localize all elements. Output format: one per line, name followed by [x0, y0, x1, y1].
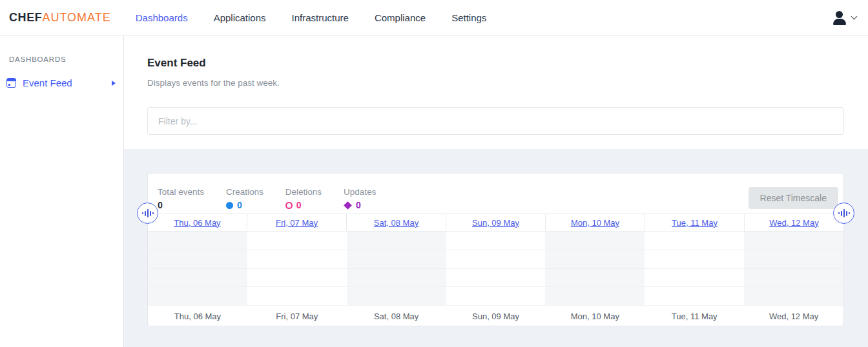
timeline-cell: [446, 269, 546, 288]
outlined-circle-icon: [285, 202, 293, 209]
timescale-handle-left[interactable]: [137, 203, 158, 224]
timeline-chart: Thu, 06 May Fri, 07 May Sat, 08 May Sun,…: [148, 213, 843, 326]
reset-timescale-button[interactable]: Reset Timescale: [749, 187, 838, 209]
logo-automate: AUTOMATE: [42, 11, 110, 24]
nav-applications[interactable]: Applications: [214, 12, 266, 23]
stat-number: 0: [158, 200, 163, 210]
day-link[interactable]: Wed, 12 May: [769, 218, 818, 228]
timeline-cell: [545, 269, 645, 288]
timeline-cell: [744, 232, 843, 250]
stat-value: 0: [285, 200, 322, 210]
timeline-header-cell: Fri, 07 May: [247, 214, 347, 231]
calendar-icon: [6, 78, 16, 88]
timeline-cell: [645, 269, 744, 288]
timeline-header-cell: Tue, 11 May: [645, 214, 745, 231]
sidebar-item-label: Event Feed: [23, 77, 112, 88]
timeline-cell: [545, 287, 645, 305]
day-link[interactable]: Fri, 07 May: [276, 218, 318, 228]
stat-deletions: Deletions 0: [285, 187, 322, 210]
timeline-column: [545, 232, 645, 305]
timeline-cell: [347, 269, 446, 288]
stat-label: Total events: [158, 187, 204, 197]
page-head: Event Feed Displays events for the past …: [124, 36, 868, 149]
day-link[interactable]: Mon, 10 May: [571, 218, 619, 228]
day-link[interactable]: Sun, 09 May: [472, 218, 519, 228]
stat-total-events: Total events 0: [158, 187, 204, 210]
timeline-header-row: Thu, 06 May Fri, 07 May Sat, 08 May Sun,…: [148, 213, 843, 232]
page-title: Event Feed: [147, 57, 844, 70]
stat-label: Deletions: [285, 187, 322, 197]
nav-compliance[interactable]: Compliance: [375, 12, 426, 23]
day-axis-label: Sun, 09 May: [446, 306, 546, 326]
chevron-down-icon: [851, 14, 858, 20]
day-link[interactable]: Sat, 08 May: [374, 218, 418, 228]
nav-settings[interactable]: Settings: [451, 12, 486, 23]
filled-circle-icon: [226, 202, 233, 209]
timeline-cell: [148, 232, 247, 250]
timeline-cell: [247, 232, 347, 250]
timeline-column: [744, 232, 843, 305]
stat-updates: Updates 0: [344, 187, 376, 210]
sidebar-heading: DASHBOARDS: [0, 55, 123, 63]
timeline-header-cell: Wed, 12 May: [745, 214, 843, 231]
event-stats: Total events 0 Creations 0: [158, 187, 376, 210]
stat-creations: Creations 0: [226, 187, 264, 210]
timeline-cell: [545, 232, 645, 250]
stat-value: 0: [158, 200, 204, 210]
timeline-cell: [446, 287, 546, 305]
user-icon: [832, 11, 847, 25]
chef-automate-logo[interactable]: CHEFAUTOMATE: [9, 11, 111, 25]
event-feed-section: Total events 0 Creations 0: [124, 149, 868, 347]
logo-chef: CHEF: [9, 11, 42, 24]
timeline-column: [247, 232, 347, 305]
nav-dashboards[interactable]: Dashboards: [136, 12, 188, 23]
timeline-cell: [645, 287, 744, 305]
timeline-grid: [148, 232, 843, 305]
timeline-header-cell: Mon, 10 May: [546, 214, 645, 231]
timeline-cell: [744, 250, 843, 269]
stat-number: 0: [237, 200, 242, 210]
arrow-right-icon: [112, 81, 116, 86]
day-axis-label: Mon, 10 May: [545, 306, 645, 326]
stat-label: Creations: [226, 187, 264, 197]
timeline-cell: [744, 269, 843, 288]
timeline-cell: [247, 269, 347, 288]
day-axis-label: Sat, 08 May: [347, 306, 446, 326]
main-nav: Dashboards Applications Infrastructure C…: [136, 12, 487, 23]
nav-infrastructure[interactable]: Infrastructure: [292, 12, 349, 23]
timeline-header-cell: Thu, 06 May: [148, 214, 247, 231]
timeline-cell: [347, 232, 446, 250]
stat-number: 0: [296, 200, 302, 210]
stat-value: 0: [226, 200, 264, 210]
timeline-cell: [347, 287, 446, 305]
timeline-cell: [247, 287, 347, 305]
timeline-cell: [744, 287, 843, 305]
day-axis-label: Fri, 07 May: [247, 306, 347, 326]
timeline-column: [347, 232, 446, 305]
diamond-icon: [344, 201, 352, 210]
page-subtitle: Displays events for the past week.: [147, 78, 844, 88]
card-toolbar: Total events 0 Creations 0: [148, 174, 843, 213]
timescale-handle-right[interactable]: [833, 203, 854, 224]
timeline-footer-row: Thu, 06 May Fri, 07 May Sat, 08 May Sun,…: [148, 305, 843, 326]
timeline-cell: [148, 287, 247, 305]
timeline-cell: [645, 232, 744, 250]
event-feed-card: Total events 0 Creations 0: [147, 173, 844, 326]
filter-input[interactable]: [147, 107, 844, 135]
day-link[interactable]: Thu, 06 May: [174, 218, 220, 228]
sidebar-item-event-feed[interactable]: Event Feed: [0, 75, 123, 91]
user-menu[interactable]: [832, 11, 856, 25]
timeline-header-cell: Sat, 08 May: [347, 214, 446, 231]
stat-number: 0: [356, 200, 361, 210]
day-axis-label: Tue, 11 May: [645, 306, 744, 326]
stat-label: Updates: [344, 187, 376, 197]
timeline-cell: [446, 250, 546, 269]
top-nav: CHEFAUTOMATE Dashboards Applications Inf…: [0, 0, 868, 36]
day-axis-label: Thu, 06 May: [148, 306, 247, 326]
timeline-cell: [148, 269, 247, 288]
day-link[interactable]: Tue, 11 May: [672, 218, 718, 228]
timeline-cell: [347, 250, 446, 269]
timeline-column: [148, 232, 247, 305]
sidebar: DASHBOARDS Event Feed: [0, 36, 124, 347]
main-content: Event Feed Displays events for the past …: [124, 36, 868, 347]
